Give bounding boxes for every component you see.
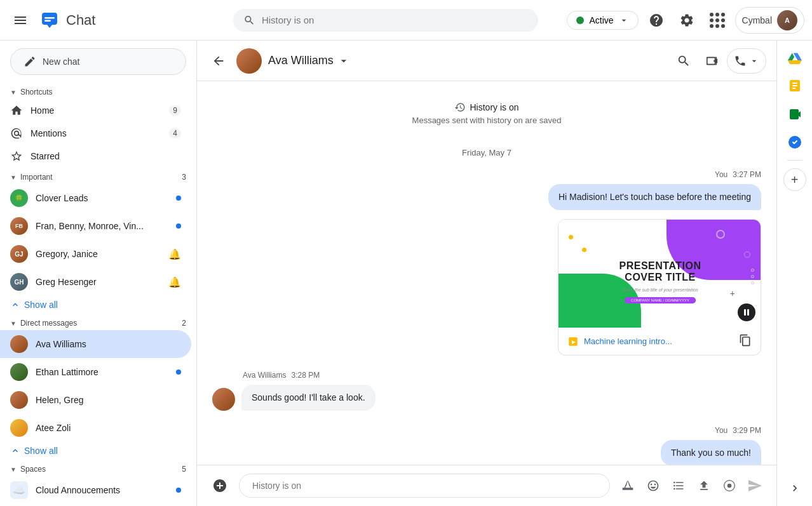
search-messages-button[interactable] bbox=[671, 48, 696, 74]
history-notice: History is on Messages sent with history… bbox=[212, 102, 761, 125]
starred-icon bbox=[10, 150, 23, 163]
sidebar-item-helen-greg[interactable]: Helen, Greg bbox=[0, 386, 191, 414]
msg2-bubble: Sounds good! I'll take a look. bbox=[241, 385, 376, 411]
google-keep-icon-button[interactable] bbox=[782, 74, 808, 99]
message-input[interactable] bbox=[239, 474, 610, 498]
attachment-footer: ▶ Machine learning intro... bbox=[558, 328, 761, 355]
active-dot bbox=[576, 17, 584, 24]
gregory-janice-label: Gregory, Janice bbox=[36, 249, 161, 259]
msg2-sender: Ava Williams bbox=[243, 371, 286, 380]
attachment-file-info: ▶ Machine learning intro... bbox=[567, 336, 672, 347]
sidebar-item-cloud-announcements[interactable]: ☁️ Cloud Annoucements bbox=[0, 476, 191, 504]
important-show-all[interactable]: Show all bbox=[0, 296, 191, 314]
important-show-all-label: Show all bbox=[24, 300, 58, 310]
sidebar-item-fran-benny[interactable]: FB Fran, Benny, Monroe, Vin... bbox=[0, 212, 191, 240]
fran-benny-label: Fran, Benny, Monroe, Vin... bbox=[36, 221, 168, 231]
gregory-janice-icon: GJ bbox=[10, 245, 28, 263]
bullet-list-button[interactable] bbox=[667, 474, 690, 497]
contact-name-area[interactable]: Ava Williams bbox=[268, 54, 671, 67]
app-logo-icon bbox=[38, 9, 61, 32]
new-chat-label: New chat bbox=[43, 57, 79, 67]
send-button[interactable] bbox=[743, 474, 766, 497]
ava-williams-icon bbox=[10, 335, 28, 353]
search-input[interactable] bbox=[262, 15, 528, 25]
google-drive-icon-button[interactable] bbox=[782, 46, 808, 71]
svg-rect-10 bbox=[792, 83, 797, 84]
add-app-button[interactable]: + bbox=[783, 168, 806, 191]
sidebar: New chat ▼ Shortcuts Home 9 Mentions 4 bbox=[0, 41, 197, 506]
home-label: Home bbox=[30, 105, 161, 116]
history-on-label: History is on bbox=[470, 102, 518, 112]
atee-zoli-icon bbox=[10, 419, 28, 437]
mentions-count: 4 bbox=[169, 128, 181, 138]
upload-file-button[interactable] bbox=[693, 474, 715, 497]
main-layout: New chat ▼ Shortcuts Home 9 Mentions 4 bbox=[0, 41, 812, 506]
msg2-meta: Ava Williams 3:28 PM bbox=[212, 371, 320, 380]
google-tasks-icon-button[interactable] bbox=[782, 130, 808, 155]
fran-benny-icon: FB bbox=[10, 217, 28, 235]
google-meet-icon-button[interactable] bbox=[782, 102, 808, 127]
outgoing-message-group-2: You 3:29 PM Thank you so much! bbox=[212, 426, 761, 465]
important-section-header[interactable]: ▼ Important 3 bbox=[0, 168, 196, 184]
sidebar-item-mentions[interactable]: Mentions 4 bbox=[0, 122, 191, 145]
call-button[interactable] bbox=[727, 48, 766, 74]
topbar-right: Active Cymbal A bbox=[567, 7, 804, 34]
msg1-meta: You 3:27 PM bbox=[715, 170, 761, 179]
new-chat-button[interactable]: New chat bbox=[10, 48, 186, 75]
sidebar-item-starred[interactable]: Starred bbox=[0, 145, 191, 168]
msg1-bubble: Hi Madision! Let's touch base before the… bbox=[548, 184, 761, 210]
sidebar-item-gregory-janice[interactable]: GJ Gregory, Janice 🔔 bbox=[0, 240, 191, 268]
spaces-section-header[interactable]: ▼ Spaces 5 bbox=[0, 460, 196, 476]
important-label-area: ▼ Important bbox=[10, 173, 53, 182]
greg-hesenger-label: Greg Hesenger bbox=[36, 277, 161, 287]
shortcuts-section-header[interactable]: ▼ Shortcuts bbox=[0, 83, 196, 99]
add-content-button[interactable] bbox=[207, 473, 233, 498]
copy-link-button[interactable] bbox=[739, 334, 752, 349]
msg3-meta: You 3:29 PM bbox=[715, 426, 761, 435]
emoji-button[interactable] bbox=[642, 474, 665, 497]
input-bar bbox=[197, 465, 776, 506]
svg-rect-2 bbox=[44, 20, 51, 22]
help-icon-button[interactable] bbox=[644, 8, 669, 33]
clover-leads-icon: 🍀 bbox=[10, 189, 28, 207]
chat-header-actions bbox=[671, 48, 766, 74]
chat-header: Ava Williams bbox=[197, 41, 776, 81]
dm-label-area: ▼ Direct messages bbox=[10, 319, 77, 328]
format-text-button[interactable] bbox=[616, 474, 639, 497]
shortcuts-label-area: ▼ Shortcuts bbox=[10, 88, 53, 97]
apps-grid-button[interactable] bbox=[705, 8, 730, 33]
search-bar[interactable] bbox=[233, 9, 538, 32]
dm-show-all[interactable]: Show all bbox=[0, 442, 191, 460]
sidebar-item-greg-hesenger[interactable]: GH Greg Hesenger 🔔 bbox=[0, 268, 191, 296]
settings-icon-button[interactable] bbox=[674, 8, 700, 33]
video-message-button[interactable] bbox=[718, 474, 741, 497]
active-status-button[interactable]: Active bbox=[567, 11, 638, 30]
dm-section-header[interactable]: ▼ Direct messages 2 bbox=[0, 314, 196, 330]
sidebar-item-clover-leads[interactable]: 🍀 Clover Leads bbox=[0, 184, 191, 212]
home-count: 9 bbox=[169, 105, 181, 116]
sidebar-item-ava-williams[interactable]: Ava Williams bbox=[0, 330, 191, 358]
video-call-button[interactable] bbox=[699, 48, 724, 74]
spaces-label-area: ▼ Spaces bbox=[10, 465, 46, 474]
greg-hesenger-mute-icon: 🔔 bbox=[168, 276, 181, 288]
sidebar-item-ethan-lattimore[interactable]: Ethan Lattimore bbox=[0, 358, 191, 386]
sidebar-item-home[interactable]: Home 9 bbox=[0, 99, 191, 122]
helen-greg-icon bbox=[10, 391, 28, 409]
greg-hesenger-icon: GH bbox=[10, 273, 28, 291]
sidebar-item-atee-zoli[interactable]: Atee Zoli bbox=[0, 414, 191, 442]
msg2-text: Sounds good! I'll take a look. bbox=[252, 392, 365, 403]
starred-label: Starred bbox=[30, 151, 181, 161]
msg1-attachment[interactable]: PRESENTATIONCOVER TITLE Insert the sub t… bbox=[558, 219, 761, 356]
spaces-label: Spaces bbox=[20, 465, 46, 474]
gregory-janice-mute-icon: 🔔 bbox=[168, 248, 181, 260]
back-button[interactable] bbox=[207, 50, 230, 72]
msg1-sender: You bbox=[715, 170, 727, 179]
right-panel-collapse-button[interactable] bbox=[782, 476, 808, 501]
app-title: Chat bbox=[66, 12, 95, 29]
dm-count: 2 bbox=[182, 319, 186, 328]
attachment-preview: PRESENTATIONCOVER TITLE Insert the sub t… bbox=[558, 220, 761, 328]
profile-area[interactable]: Cymbal A bbox=[735, 7, 804, 34]
hamburger-icon[interactable] bbox=[8, 8, 33, 33]
important-count: 3 bbox=[182, 173, 186, 182]
contact-avatar bbox=[236, 48, 262, 74]
